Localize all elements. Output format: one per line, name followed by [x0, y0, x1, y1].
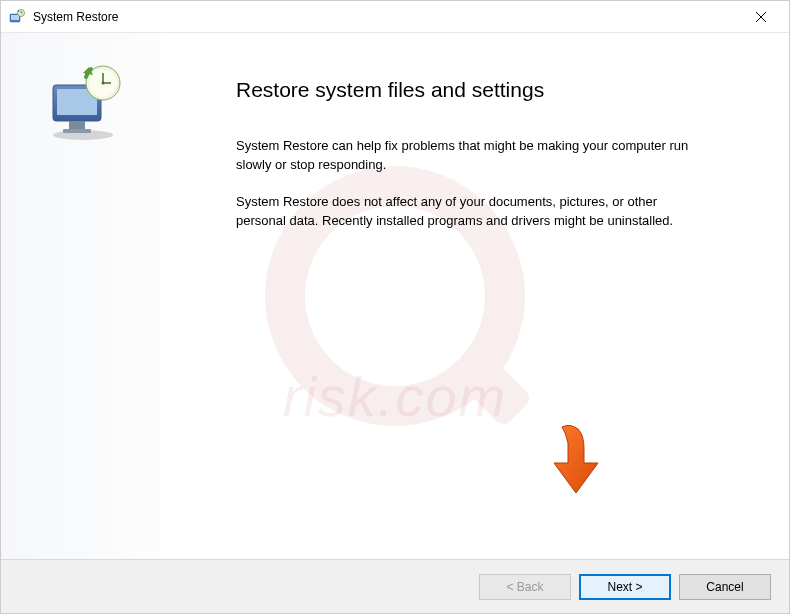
page-heading: Restore system files and settings — [236, 78, 739, 102]
intro-paragraph-2: System Restore does not affect any of yo… — [236, 193, 706, 231]
close-button[interactable] — [741, 3, 781, 31]
titlebar: System Restore — [1, 1, 789, 33]
system-restore-window: System Restore risk.com — [0, 0, 790, 614]
svg-point-13 — [102, 82, 105, 85]
button-bar: < Back Next > Cancel — [1, 559, 789, 613]
system-restore-icon — [9, 9, 25, 25]
cancel-button[interactable]: Cancel — [679, 574, 771, 600]
next-button[interactable]: Next > — [579, 574, 671, 600]
svg-rect-8 — [63, 129, 91, 133]
intro-paragraph-1: System Restore can help fix problems tha… — [236, 137, 706, 175]
content-area: risk.com — [1, 33, 789, 559]
svg-rect-1 — [11, 15, 19, 20]
main-content: Restore system files and settings System… — [161, 33, 789, 559]
window-title: System Restore — [33, 10, 741, 24]
back-button: < Back — [479, 574, 571, 600]
wizard-sidebar — [1, 33, 161, 559]
restore-wizard-icon — [41, 63, 121, 143]
svg-rect-7 — [69, 121, 85, 129]
